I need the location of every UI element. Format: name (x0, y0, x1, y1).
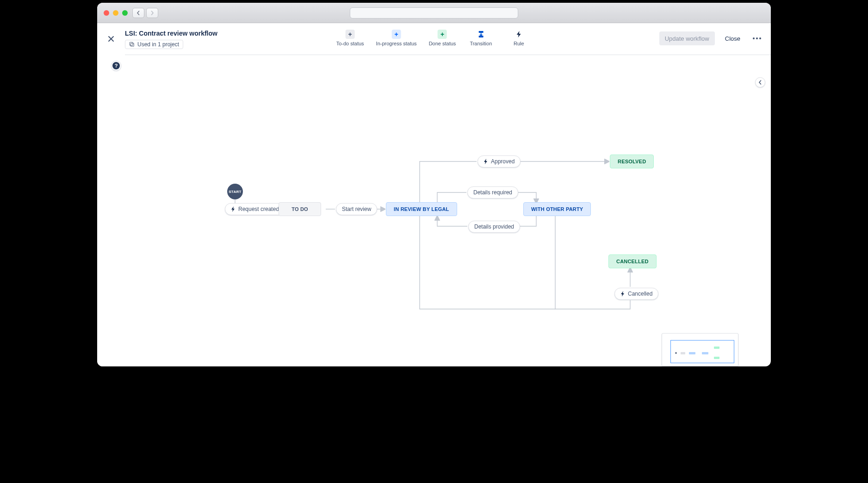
status-label: TO DO (291, 206, 308, 212)
forward-button[interactable] (146, 8, 158, 18)
editor-header: LSI: Contract review workflow Used in 1 … (97, 23, 771, 55)
minimap[interactable] (662, 333, 738, 366)
back-button[interactable] (132, 8, 144, 18)
page-title: LSI: Contract review workflow (125, 30, 217, 37)
transition-start-review[interactable]: Start review (336, 203, 377, 215)
editor-toolbar: + To-do status + In-progress status + Do… (336, 30, 532, 46)
header-divider (125, 55, 771, 55)
status-in-review-by-legal[interactable]: IN REVIEW BY LEGAL (386, 202, 457, 216)
transition-label: Request created (238, 206, 279, 212)
update-workflow-button[interactable]: Update workflow (659, 31, 715, 45)
usage-chip[interactable]: Used in 1 project (125, 40, 183, 49)
bolt-icon (620, 291, 625, 297)
plus-icon: + (346, 30, 355, 39)
tool-label: Transition (470, 41, 492, 46)
bolt-icon (231, 206, 236, 212)
minimap-blip (689, 352, 695, 354)
transition-label: Approved (491, 158, 515, 165)
status-resolved[interactable]: RESOLVED (610, 155, 654, 168)
bolt-icon (484, 159, 488, 164)
help-button[interactable]: ? (111, 61, 121, 71)
transition-label: Start review (342, 206, 371, 212)
start-label: START (229, 190, 242, 194)
window-zoom-dot[interactable] (122, 10, 128, 16)
minimap-blip (681, 352, 685, 354)
status-label: IN REVIEW BY LEGAL (394, 206, 449, 212)
panel-toggle-button[interactable] (755, 77, 765, 87)
status-todo[interactable]: TO DO (279, 202, 321, 216)
transition-label: Cancelled (628, 291, 652, 297)
minimap-blip (714, 357, 719, 359)
transition-label: Details provided (474, 223, 514, 230)
transition-cancelled[interactable]: Cancelled (614, 288, 658, 300)
browser-nav (132, 8, 158, 18)
window-minimize-dot[interactable] (113, 10, 118, 16)
svg-point-6 (759, 37, 761, 39)
window-titlebar (97, 3, 771, 23)
chevron-left-icon (758, 80, 762, 85)
button-label: Close (725, 35, 740, 42)
status-cancelled[interactable]: CANCELLED (608, 254, 657, 268)
tool-label: In-progress status (376, 41, 417, 46)
workflow-canvas[interactable]: ? (97, 56, 760, 366)
more-menu-button[interactable] (750, 32, 763, 45)
plus-icon: + (392, 30, 401, 39)
window-close-dot[interactable] (104, 10, 109, 16)
add-inprogress-status-button[interactable]: + In-progress status (376, 30, 417, 46)
transition-request-created[interactable]: Request created (225, 203, 285, 215)
svg-point-5 (756, 37, 758, 39)
ellipsis-icon (753, 37, 761, 39)
status-label: RESOLVED (618, 159, 646, 164)
svg-rect-1 (130, 42, 133, 45)
minimap-blip (702, 352, 708, 354)
usage-chip-label: Used in 1 project (137, 41, 179, 48)
minimap-viewport[interactable] (670, 340, 734, 363)
chevron-right-icon (150, 11, 155, 15)
add-done-status-button[interactable]: + Done status (429, 30, 456, 46)
svg-rect-2 (478, 31, 483, 33)
plus-icon: + (438, 30, 447, 39)
add-todo-status-button[interactable]: + To-do status (336, 30, 364, 46)
status-label: CANCELLED (616, 259, 649, 264)
tool-label: Rule (514, 41, 524, 46)
add-transition-button[interactable]: Transition (468, 30, 494, 46)
transition-label: Details required (473, 189, 512, 196)
bolt-icon (514, 30, 523, 39)
tool-label: Done status (429, 41, 456, 46)
status-label: WITH OTHER PARTY (531, 206, 583, 212)
transition-details-required[interactable]: Details required (467, 186, 518, 198)
copy-icon (129, 42, 135, 47)
question-icon: ? (112, 62, 120, 69)
svg-rect-0 (130, 43, 134, 46)
tool-label: To-do status (336, 41, 364, 46)
svg-point-4 (753, 37, 755, 39)
transition-approved[interactable]: Approved (477, 155, 521, 167)
browser-url-bar[interactable] (350, 7, 518, 19)
status-with-other-party[interactable]: WITH OTHER PARTY (523, 202, 591, 216)
close-button[interactable]: Close (719, 31, 746, 45)
minimap-blip (675, 352, 677, 354)
window-traffic-lights (104, 10, 128, 16)
start-node[interactable]: START (227, 184, 243, 199)
transition-icon (476, 30, 485, 39)
app-window: LSI: Contract review workflow Used in 1 … (97, 3, 771, 366)
transition-details-provided[interactable]: Details provided (468, 221, 520, 233)
minimap-blip (714, 347, 719, 349)
add-rule-button[interactable]: Rule (506, 30, 532, 46)
button-label: Update workflow (665, 35, 709, 42)
chevron-left-icon (136, 11, 141, 15)
close-icon (107, 35, 115, 43)
editor-exit-button[interactable] (105, 32, 118, 45)
